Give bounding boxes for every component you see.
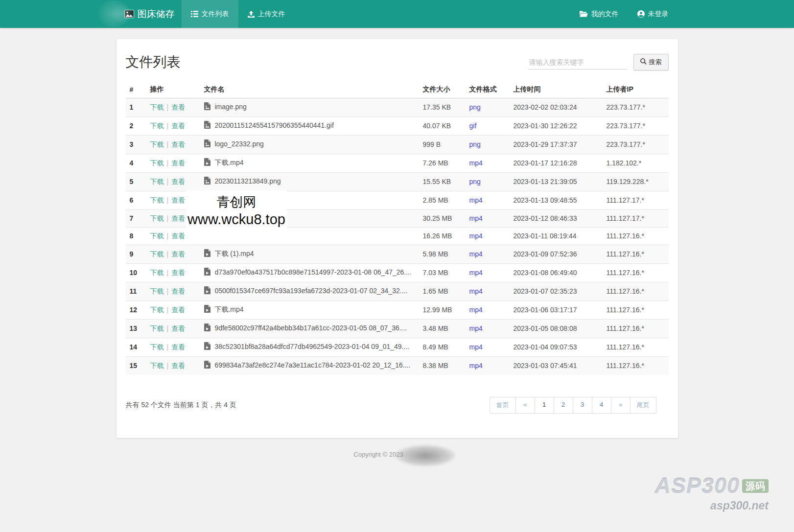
view-link[interactable]: 查看 — [171, 362, 185, 370]
format-link[interactable]: png — [469, 140, 481, 148]
pagination-button[interactable]: 3 — [573, 397, 592, 414]
col-header-ip: 上传者IP — [603, 81, 669, 98]
format-link[interactable]: mp4 — [469, 214, 483, 222]
row-number: 13 — [126, 320, 146, 338]
nav-item-file-list[interactable]: 文件列表 — [182, 0, 238, 28]
download-link[interactable]: 下载 — [150, 103, 164, 111]
view-link[interactable]: 查看 — [171, 324, 185, 332]
pagination-button[interactable]: 4 — [592, 397, 611, 414]
nav-item-login-status[interactable]: 未登录 — [628, 0, 678, 28]
format-link[interactable]: mp4 — [469, 343, 483, 351]
file-size: 5.98 MB — [419, 245, 466, 264]
file-name[interactable]: 下载 (1).mp4 — [214, 250, 254, 257]
file-name[interactable]: 下载.mp4 — [214, 159, 243, 166]
file-name[interactable]: 20200115124554157906355440441.gif — [214, 121, 333, 129]
nav-item-label: 文件列表 — [202, 10, 229, 19]
file-name-cell: 9dfe58002c97ff42a4bebb34b17a61cc-2023-01… — [200, 320, 419, 338]
format-link[interactable]: mp4 — [469, 250, 483, 258]
format-link[interactable]: png — [469, 103, 481, 111]
file-name[interactable]: image.png — [214, 103, 246, 111]
file-format-cell: gif — [466, 117, 510, 136]
copyright-text: Copyright © 2023 — [353, 451, 403, 458]
download-link[interactable]: 下载 — [150, 214, 164, 222]
download-link[interactable]: 下载 — [150, 306, 164, 314]
upload-icon — [248, 11, 255, 18]
file-name[interactable]: d73a970ef0a437517b0c898e71514997-2023-01… — [214, 268, 412, 276]
col-header-size: 文件大小 — [419, 81, 466, 98]
pagination-button[interactable]: 首页 — [490, 397, 516, 414]
view-link[interactable]: 查看 — [171, 250, 185, 258]
download-link[interactable]: 下载 — [150, 362, 164, 370]
row-number: 2 — [126, 117, 146, 136]
download-link[interactable]: 下载 — [150, 140, 164, 148]
pagination-button[interactable]: 2 — [554, 397, 573, 414]
view-link[interactable]: 查看 — [171, 122, 185, 130]
table-row: 3 下载|查看 logo_22332.png 999 B png 2023-01… — [126, 136, 669, 154]
download-link[interactable]: 下载 — [150, 287, 164, 295]
nav-item-my-files[interactable]: 我的文件 — [570, 0, 628, 28]
download-link[interactable]: 下载 — [150, 232, 164, 240]
pagination-button[interactable]: « — [515, 397, 535, 414]
format-link[interactable]: mp4 — [469, 196, 483, 204]
view-link[interactable]: 查看 — [171, 269, 185, 277]
row-actions: 下载|查看 — [146, 173, 200, 191]
nav-item-upload[interactable]: 上传文件 — [238, 0, 295, 28]
format-link[interactable]: mp4 — [469, 287, 483, 295]
view-link[interactable]: 查看 — [171, 196, 185, 204]
format-link[interactable]: mp4 — [469, 159, 483, 167]
pagination-button[interactable]: » — [611, 397, 631, 414]
pagination-current-page[interactable]: 1 — [535, 397, 554, 414]
view-link[interactable]: 查看 — [171, 232, 185, 240]
folder-open-icon — [580, 11, 588, 17]
table-row: 11 下载|查看 0500f015347ce697fc93a193efa6723… — [126, 282, 669, 301]
format-link[interactable]: mp4 — [469, 306, 483, 314]
file-name[interactable]: 699834a73af2e8c274e7a3e11ac1c784-2023-01… — [214, 361, 410, 369]
table-row: 5 下载|查看 20230113213849.png 15.55 KB png … — [126, 173, 669, 191]
download-link[interactable]: 下载 — [150, 159, 164, 167]
view-link[interactable]: 查看 — [171, 287, 185, 295]
broken-image-icon — [124, 10, 134, 18]
download-link[interactable]: 下载 — [150, 343, 164, 351]
download-link[interactable]: 下载 — [150, 250, 164, 258]
pagination-button[interactable]: 尾页 — [630, 397, 656, 414]
file-name[interactable]: 9dfe58002c97ff42a4bebb34b17a61cc-2023-01… — [214, 324, 407, 332]
view-link[interactable]: 查看 — [171, 343, 185, 351]
file-video-icon — [204, 342, 210, 353]
file-name-cell: image.png — [200, 98, 419, 117]
view-link[interactable]: 查看 — [171, 140, 185, 148]
file-name[interactable]: 0500f015347ce697fc93a193efa6723d-2023-01… — [214, 287, 407, 295]
file-name[interactable]: 20230113213849.png — [214, 177, 280, 185]
format-link[interactable]: png — [469, 178, 481, 185]
file-size: 7.03 MB — [419, 264, 466, 282]
view-link[interactable]: 查看 — [171, 306, 185, 314]
file-name-cell: d73a970ef0a437517b0c898e71514997-2023-01… — [200, 264, 419, 282]
file-name[interactable]: logo_22332.png — [214, 140, 263, 148]
search-button[interactable]: 搜索 — [633, 54, 669, 70]
file-size: 40.07 KB — [419, 117, 466, 136]
download-link[interactable]: 下载 — [150, 196, 164, 204]
row-actions: 下载|查看 — [146, 136, 200, 154]
format-link[interactable]: gif — [469, 122, 477, 130]
view-link[interactable]: 查看 — [171, 103, 185, 111]
download-link[interactable]: 下载 — [150, 178, 164, 185]
file-video-icon — [204, 268, 210, 278]
download-link[interactable]: 下载 — [150, 269, 164, 277]
file-name[interactable]: 38c52301bf8a28a64dfcd77db4962549-2023-01… — [214, 343, 409, 350]
watermark-brand: ASP300 — [654, 473, 740, 499]
file-format-cell: mp4 — [466, 338, 510, 357]
view-link[interactable]: 查看 — [171, 178, 185, 185]
file-size: 999 B — [419, 136, 466, 154]
format-link[interactable]: mp4 — [469, 362, 483, 370]
format-link[interactable]: mp4 — [469, 324, 483, 332]
format-link[interactable]: mp4 — [469, 269, 483, 277]
file-name[interactable]: 下载.mp4 — [214, 305, 243, 313]
download-link[interactable]: 下载 — [150, 122, 164, 130]
format-link[interactable]: mp4 — [469, 232, 483, 240]
search-input[interactable] — [528, 55, 627, 69]
view-link[interactable]: 查看 — [171, 214, 185, 222]
file-format-cell: png — [466, 136, 510, 154]
download-link[interactable]: 下载 — [150, 324, 164, 332]
uploader-ip: 111.127.16.* — [603, 264, 669, 282]
brand-link[interactable]: 图床储存 — [117, 0, 182, 28]
view-link[interactable]: 查看 — [171, 159, 185, 167]
